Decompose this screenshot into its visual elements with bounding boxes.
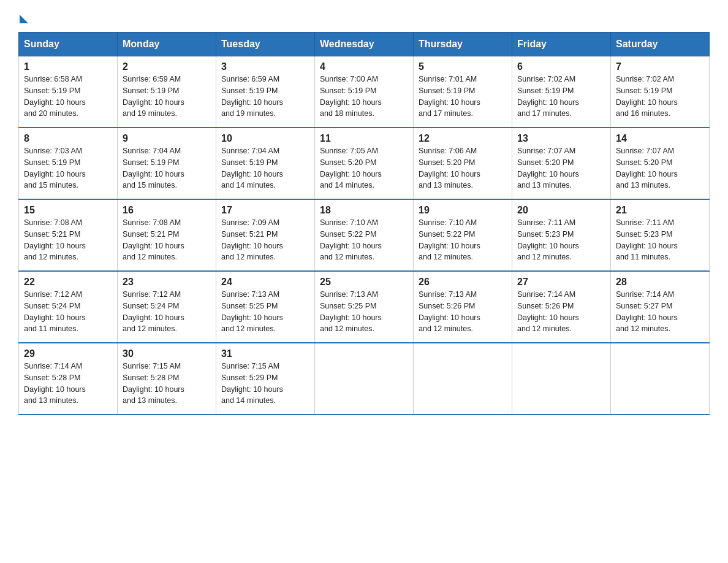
day-info: Sunrise: 7:06 AMSunset: 5:20 PMDaylight:… — [419, 145, 507, 191]
day-number: 16 — [123, 205, 211, 216]
logo — [18, 12, 29, 21]
day-number: 4 — [320, 61, 408, 72]
day-number: 1 — [24, 61, 112, 72]
day-info: Sunrise: 7:12 AMSunset: 5:24 PMDaylight:… — [24, 289, 112, 335]
calendar-cell: 14 Sunrise: 7:07 AMSunset: 5:20 PMDaylig… — [611, 128, 710, 199]
day-info: Sunrise: 7:14 AMSunset: 5:26 PMDaylight:… — [517, 289, 605, 335]
day-info: Sunrise: 7:10 AMSunset: 5:22 PMDaylight:… — [320, 217, 408, 263]
calendar-cell: 21 Sunrise: 7:11 AMSunset: 5:23 PMDaylig… — [611, 199, 710, 271]
calendar-table: SundayMondayTuesdayWednesdayThursdayFrid… — [18, 32, 710, 415]
calendar-cell: 22 Sunrise: 7:12 AMSunset: 5:24 PMDaylig… — [19, 271, 118, 343]
calendar-cell: 8 Sunrise: 7:03 AMSunset: 5:19 PMDayligh… — [19, 128, 118, 199]
calendar-cell: 18 Sunrise: 7:10 AMSunset: 5:22 PMDaylig… — [315, 199, 414, 271]
calendar-cell: 9 Sunrise: 7:04 AMSunset: 5:19 PMDayligh… — [118, 128, 216, 199]
day-number: 17 — [221, 205, 309, 216]
day-info: Sunrise: 7:11 AMSunset: 5:23 PMDaylight:… — [616, 217, 704, 263]
day-info: Sunrise: 7:08 AMSunset: 5:21 PMDaylight:… — [123, 217, 211, 263]
day-info: Sunrise: 7:08 AMSunset: 5:21 PMDaylight:… — [24, 217, 112, 263]
calendar-cell — [414, 343, 512, 415]
calendar-cell: 4 Sunrise: 7:00 AMSunset: 5:19 PMDayligh… — [315, 56, 414, 128]
day-info: Sunrise: 7:07 AMSunset: 5:20 PMDaylight:… — [517, 145, 605, 191]
calendar-cell: 1 Sunrise: 6:58 AMSunset: 5:19 PMDayligh… — [19, 56, 118, 128]
day-info: Sunrise: 7:13 AMSunset: 5:25 PMDaylight:… — [221, 289, 309, 335]
day-info: Sunrise: 7:01 AMSunset: 5:19 PMDaylight:… — [419, 74, 507, 120]
day-info: Sunrise: 7:15 AMSunset: 5:29 PMDaylight:… — [221, 361, 309, 407]
day-number: 2 — [123, 61, 211, 72]
day-info: Sunrise: 7:03 AMSunset: 5:19 PMDaylight:… — [24, 145, 112, 191]
calendar-cell: 27 Sunrise: 7:14 AMSunset: 5:26 PMDaylig… — [512, 271, 611, 343]
day-info: Sunrise: 7:13 AMSunset: 5:26 PMDaylight:… — [419, 289, 507, 335]
day-number: 27 — [517, 277, 605, 288]
calendar-cell: 29 Sunrise: 7:14 AMSunset: 5:28 PMDaylig… — [19, 343, 118, 415]
day-number: 20 — [517, 205, 605, 216]
header-saturday: Saturday — [611, 33, 710, 56]
week-row-3: 15 Sunrise: 7:08 AMSunset: 5:21 PMDaylig… — [19, 199, 710, 271]
day-number: 25 — [320, 277, 408, 288]
header-wednesday: Wednesday — [315, 33, 414, 56]
calendar-cell: 20 Sunrise: 7:11 AMSunset: 5:23 PMDaylig… — [512, 199, 611, 271]
day-number: 9 — [123, 133, 211, 144]
day-info: Sunrise: 7:02 AMSunset: 5:19 PMDaylight:… — [517, 74, 605, 120]
day-number: 30 — [123, 348, 211, 359]
day-info: Sunrise: 7:04 AMSunset: 5:19 PMDaylight:… — [221, 145, 309, 191]
day-number: 7 — [616, 61, 704, 72]
calendar-cell: 7 Sunrise: 7:02 AMSunset: 5:19 PMDayligh… — [611, 56, 710, 128]
week-row-2: 8 Sunrise: 7:03 AMSunset: 5:19 PMDayligh… — [19, 128, 710, 199]
calendar-cell: 19 Sunrise: 7:10 AMSunset: 5:22 PMDaylig… — [414, 199, 512, 271]
header-sunday: Sunday — [19, 33, 118, 56]
calendar-cell: 5 Sunrise: 7:01 AMSunset: 5:19 PMDayligh… — [414, 56, 512, 128]
calendar-cell: 12 Sunrise: 7:06 AMSunset: 5:20 PMDaylig… — [414, 128, 512, 199]
day-number: 18 — [320, 205, 408, 216]
day-info: Sunrise: 7:00 AMSunset: 5:19 PMDaylight:… — [320, 74, 408, 120]
calendar-cell: 10 Sunrise: 7:04 AMSunset: 5:19 PMDaylig… — [216, 128, 315, 199]
day-number: 23 — [123, 277, 211, 288]
calendar-cell: 3 Sunrise: 6:59 AMSunset: 5:19 PMDayligh… — [216, 56, 315, 128]
day-info: Sunrise: 7:11 AMSunset: 5:23 PMDaylight:… — [517, 217, 605, 263]
day-number: 5 — [419, 61, 507, 72]
calendar-cell: 23 Sunrise: 7:12 AMSunset: 5:24 PMDaylig… — [118, 271, 216, 343]
calendar-cell: 15 Sunrise: 7:08 AMSunset: 5:21 PMDaylig… — [19, 199, 118, 271]
week-row-5: 29 Sunrise: 7:14 AMSunset: 5:28 PMDaylig… — [19, 343, 710, 415]
day-number: 29 — [24, 348, 112, 359]
day-number: 21 — [616, 205, 704, 216]
calendar-cell: 2 Sunrise: 6:59 AMSunset: 5:19 PMDayligh… — [118, 56, 216, 128]
header-friday: Friday — [512, 33, 611, 56]
day-info: Sunrise: 7:15 AMSunset: 5:28 PMDaylight:… — [123, 361, 211, 407]
day-number: 12 — [419, 133, 507, 144]
day-number: 11 — [320, 133, 408, 144]
day-info: Sunrise: 7:02 AMSunset: 5:19 PMDaylight:… — [616, 74, 704, 120]
day-info: Sunrise: 7:12 AMSunset: 5:24 PMDaylight:… — [123, 289, 211, 335]
day-number: 10 — [221, 133, 309, 144]
day-number: 19 — [419, 205, 507, 216]
day-info: Sunrise: 7:14 AMSunset: 5:27 PMDaylight:… — [616, 289, 704, 335]
calendar-cell — [512, 343, 611, 415]
week-row-1: 1 Sunrise: 6:58 AMSunset: 5:19 PMDayligh… — [19, 56, 710, 128]
calendar-cell: 11 Sunrise: 7:05 AMSunset: 5:20 PMDaylig… — [315, 128, 414, 199]
calendar-cell: 26 Sunrise: 7:13 AMSunset: 5:26 PMDaylig… — [414, 271, 512, 343]
page-header — [18, 12, 710, 21]
calendar-cell: 6 Sunrise: 7:02 AMSunset: 5:19 PMDayligh… — [512, 56, 611, 128]
day-number: 6 — [517, 61, 605, 72]
calendar-cell: 16 Sunrise: 7:08 AMSunset: 5:21 PMDaylig… — [118, 199, 216, 271]
day-number: 26 — [419, 277, 507, 288]
day-info: Sunrise: 7:04 AMSunset: 5:19 PMDaylight:… — [123, 145, 211, 191]
calendar-cell — [315, 343, 414, 415]
header-tuesday: Tuesday — [216, 33, 315, 56]
calendar-cell: 13 Sunrise: 7:07 AMSunset: 5:20 PMDaylig… — [512, 128, 611, 199]
day-number: 28 — [616, 277, 704, 288]
week-row-4: 22 Sunrise: 7:12 AMSunset: 5:24 PMDaylig… — [19, 271, 710, 343]
calendar-cell: 30 Sunrise: 7:15 AMSunset: 5:28 PMDaylig… — [118, 343, 216, 415]
calendar-cell: 31 Sunrise: 7:15 AMSunset: 5:29 PMDaylig… — [216, 343, 315, 415]
calendar-cell: 28 Sunrise: 7:14 AMSunset: 5:27 PMDaylig… — [611, 271, 710, 343]
calendar-cell — [611, 343, 710, 415]
day-info: Sunrise: 6:59 AMSunset: 5:19 PMDaylight:… — [221, 74, 309, 120]
day-info: Sunrise: 7:05 AMSunset: 5:20 PMDaylight:… — [320, 145, 408, 191]
header-monday: Monday — [118, 33, 216, 56]
day-number: 24 — [221, 277, 309, 288]
calendar-cell: 24 Sunrise: 7:13 AMSunset: 5:25 PMDaylig… — [216, 271, 315, 343]
day-number: 14 — [616, 133, 704, 144]
day-number: 15 — [24, 205, 112, 216]
day-number: 22 — [24, 277, 112, 288]
calendar-cell: 25 Sunrise: 7:13 AMSunset: 5:25 PMDaylig… — [315, 271, 414, 343]
day-info: Sunrise: 7:13 AMSunset: 5:25 PMDaylight:… — [320, 289, 408, 335]
